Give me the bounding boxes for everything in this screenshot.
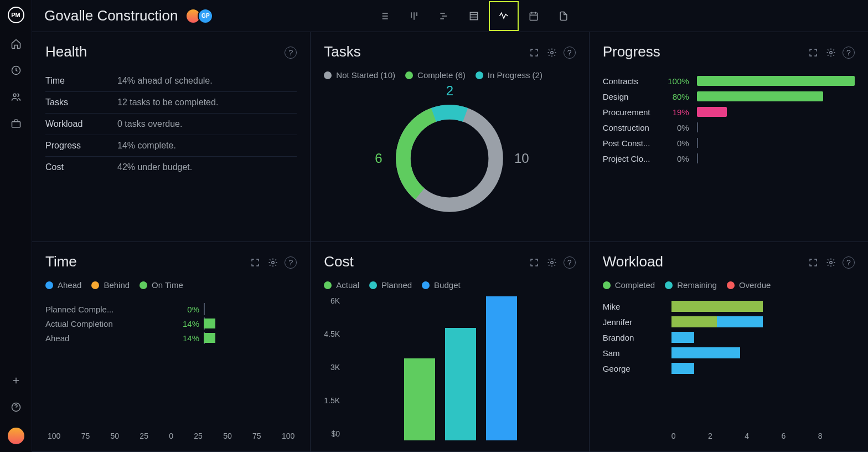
workload-bar — [671, 316, 855, 327]
time-value: 0% — [173, 305, 199, 314]
member-avatars[interactable]: GP — [189, 8, 213, 24]
gear-icon[interactable] — [267, 256, 279, 269]
cost-bars — [345, 296, 576, 440]
health-key: Progress — [45, 141, 117, 151]
legend-label: Completed — [615, 280, 655, 290]
legend-item: Remaining — [665, 280, 717, 290]
svg-point-12 — [550, 261, 553, 264]
svg-point-13 — [830, 261, 833, 264]
avatar[interactable]: GP — [198, 8, 213, 24]
health-row: Workload0 tasks overdue. — [45, 114, 297, 135]
workload-bar — [671, 332, 855, 343]
card-time: Time ? AheadBehindOn Time Planned Comple… — [32, 242, 311, 452]
workload-bar — [671, 363, 855, 374]
legend-label: Behind — [104, 280, 130, 290]
user-avatar[interactable] — [8, 428, 24, 444]
workload-bar — [671, 301, 855, 312]
donut-label-left: 6 — [375, 151, 382, 166]
bar-actual — [404, 358, 435, 440]
progress-row: Post Const... 0% — [603, 138, 855, 148]
tab-sheet[interactable] — [459, 1, 489, 31]
gear-icon[interactable] — [825, 256, 837, 269]
tab-gantt[interactable] — [429, 1, 459, 31]
expand-icon[interactable] — [807, 256, 819, 269]
progress-bar — [697, 91, 855, 101]
tab-board[interactable] — [399, 1, 429, 31]
gear-icon[interactable] — [546, 47, 558, 59]
health-key: Workload — [45, 119, 117, 129]
legend-item: Completed — [603, 280, 655, 290]
workload-row: Jennifer — [603, 316, 855, 327]
legend-dot-icon — [324, 281, 332, 289]
progress-bar — [697, 122, 855, 132]
help-icon[interactable]: ? — [564, 47, 576, 59]
progress-row: Procurement 19% — [603, 107, 855, 117]
home-icon[interactable] — [10, 38, 22, 50]
expand-icon[interactable] — [528, 47, 540, 59]
progress-value: 100% — [666, 76, 689, 86]
topbar: Govalle Construction GP — [32, 0, 868, 32]
workload-row: Brandon — [603, 332, 855, 343]
help-icon[interactable]: ? — [843, 256, 855, 269]
workload-name: Jennifer — [603, 317, 671, 327]
svg-point-11 — [272, 261, 275, 264]
health-key: Tasks — [45, 97, 117, 107]
time-row: Actual Completion 14% — [45, 319, 297, 328]
time-name: Ahead — [45, 333, 173, 343]
legend-item: Complete (6) — [405, 70, 466, 80]
help-rail-icon[interactable] — [10, 401, 22, 413]
legend-item: Budget — [422, 280, 461, 290]
left-rail: PM — [0, 0, 32, 452]
tab-list[interactable] — [369, 1, 399, 31]
tab-calendar[interactable] — [519, 1, 549, 31]
bar-planned — [445, 328, 476, 440]
expand-icon[interactable] — [807, 47, 819, 59]
legend-item: Planned — [369, 280, 412, 290]
svg-rect-2 — [12, 122, 20, 127]
card-title: Progress — [603, 43, 660, 60]
cost-y-axis: 6K4.5K3K1.5K$0 — [324, 296, 345, 440]
progress-row: Project Clo... 0% — [603, 153, 855, 163]
gear-icon[interactable] — [546, 256, 558, 269]
legend-item: Overdue — [727, 280, 771, 290]
workload-bar — [671, 347, 855, 358]
progress-name: Contracts — [603, 76, 658, 86]
time-name: Planned Comple... — [45, 305, 173, 314]
card-title: Health — [45, 43, 87, 60]
team-icon[interactable] — [10, 91, 22, 103]
health-value: 14% ahead of schedule. — [117, 76, 213, 86]
card-cost: Cost ? ActualPlannedBudget 6K4.5K3K1.5K$… — [311, 242, 589, 452]
health-row: Time14% ahead of schedule. — [45, 70, 297, 92]
legend-item: On Time — [140, 280, 183, 290]
progress-bar — [697, 107, 855, 117]
help-icon[interactable]: ? — [285, 47, 297, 59]
expand-icon[interactable] — [528, 256, 540, 269]
svg-point-10 — [830, 52, 833, 54]
time-legend: AheadBehindOn Time — [45, 280, 297, 290]
time-name: Actual Completion — [45, 319, 173, 328]
add-icon[interactable] — [10, 374, 22, 387]
legend-label: Overdue — [739, 280, 771, 290]
help-icon[interactable]: ? — [564, 256, 576, 269]
gear-icon[interactable] — [825, 47, 837, 59]
tab-dashboard[interactable] — [489, 1, 519, 31]
help-icon[interactable]: ? — [285, 256, 297, 269]
legend-item: Actual — [324, 280, 359, 290]
tab-files[interactable] — [549, 1, 578, 31]
app-logo[interactable]: PM — [8, 7, 24, 23]
tasks-legend: Not Started (10)Complete (6)In Progress … — [324, 70, 575, 80]
help-icon[interactable]: ? — [843, 47, 855, 59]
project-title: Govalle Construction — [44, 7, 178, 24]
briefcase-icon[interactable] — [10, 117, 22, 130]
progress-row: Design 80% — [603, 91, 855, 101]
expand-icon[interactable] — [249, 256, 261, 269]
health-key: Cost — [45, 162, 117, 172]
time-value: 14% — [173, 319, 199, 328]
workload-name: Brandon — [603, 333, 671, 342]
legend-dot-icon — [727, 281, 735, 289]
cost-legend: ActualPlannedBudget — [324, 280, 575, 290]
workload-axis: 02468 — [603, 432, 855, 440]
legend-dot-icon — [405, 71, 413, 79]
health-key: Time — [45, 76, 117, 86]
clock-icon[interactable] — [10, 64, 22, 76]
